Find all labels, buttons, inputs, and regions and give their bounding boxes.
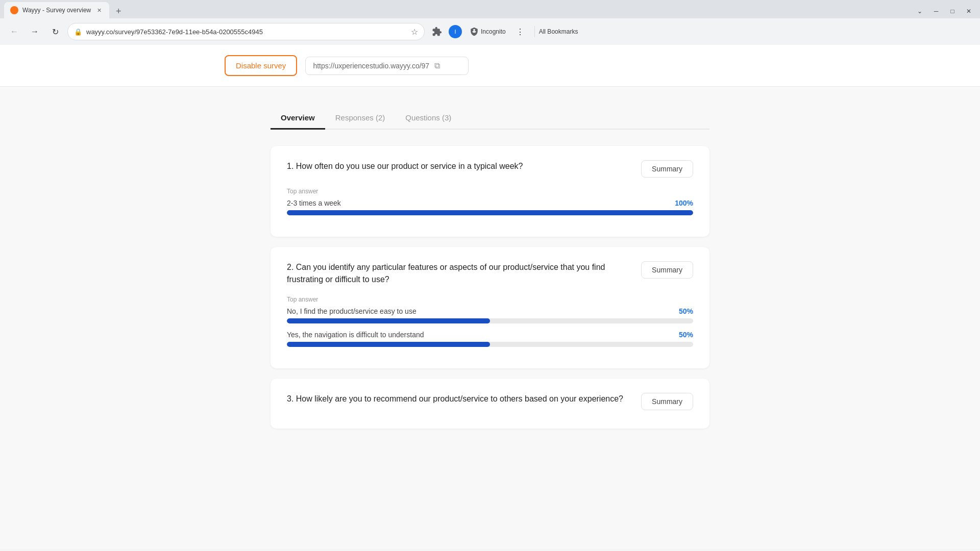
question-3-text: 3. How likely are you to recommend our p… — [287, 393, 641, 405]
question-1-header: 1. How often do you use our product or s… — [287, 160, 693, 178]
page-content: Disable survey https://uxperiencestudio.… — [0, 45, 980, 549]
main-container: Overview Responses (2) Questions (3) 1. … — [260, 87, 720, 459]
profile-avatar: I — [449, 25, 462, 38]
question-1-answers: Top answer 2-3 times a week 100% — [287, 188, 693, 215]
url-text: wayyy.co/survey/97e53362-7e9d-11ee-b54a-… — [86, 28, 407, 36]
browser-tab-active[interactable]: Wayyy - Survey overview ✕ — [4, 2, 109, 18]
answer-percent: 50% — [679, 331, 693, 339]
question-3-header: 3. How likely are you to recommend our p… — [287, 393, 693, 410]
summary-button-3[interactable]: Summary — [641, 393, 693, 410]
question-card-2: 2. Can you identify any particular featu… — [271, 247, 709, 368]
progress-bar-fill — [287, 342, 490, 347]
answer-label: 2-3 times a week — [287, 199, 341, 207]
answer-row: No, I find the product/service easy to u… — [287, 307, 693, 323]
maximize-button[interactable]: □ — [945, 4, 960, 18]
incognito-label: Incognito — [481, 28, 506, 35]
forward-button[interactable]: → — [27, 23, 43, 40]
tabs-nav: Overview Responses (2) Questions (3) — [271, 107, 709, 130]
window-controls: ⌄ ─ □ ✕ — [913, 4, 976, 18]
question-1-text: 1. How often do you use our product or s… — [287, 160, 641, 172]
browser-chrome: Wayyy - Survey overview ✕ + ⌄ ─ □ ✕ ← → … — [0, 0, 980, 45]
progress-bar-fill — [287, 210, 693, 215]
copy-icon[interactable]: ⧉ — [434, 61, 440, 70]
new-tab-button[interactable]: + — [111, 4, 126, 18]
tab-title: Wayyy - Survey overview — [22, 7, 91, 14]
scroll-indicator: ⌄ — [913, 4, 927, 18]
progress-bar-bg — [287, 210, 693, 215]
tab-close-button[interactable]: ✕ — [95, 6, 103, 14]
header-bar: Disable survey https://uxperiencestudio.… — [0, 45, 980, 87]
close-button[interactable]: ✕ — [962, 4, 976, 18]
tab-overview[interactable]: Overview — [271, 107, 325, 130]
question-2-header: 2. Can you identify any particular featu… — [287, 261, 693, 286]
answer-percent: 50% — [679, 307, 693, 315]
tab-responses[interactable]: Responses (2) — [325, 107, 396, 130]
survey-url-field: https://uxperiencestudio.wayyy.co/97 ⧉ — [305, 57, 469, 75]
progress-bar-bg — [287, 318, 693, 323]
answer-label-row: No, I find the product/service easy to u… — [287, 307, 693, 315]
summary-button-2[interactable]: Summary — [641, 261, 693, 279]
answer-row: 2-3 times a week 100% — [287, 199, 693, 215]
address-bar[interactable]: 🔒 wayyy.co/survey/97e53362-7e9d-11ee-b54… — [67, 23, 425, 40]
answer-percent: 100% — [675, 199, 693, 207]
top-answer-label-1: Top answer — [287, 188, 693, 195]
summary-button-1[interactable]: Summary — [641, 160, 693, 178]
answer-row: Yes, the navigation is difficult to unde… — [287, 331, 693, 347]
answer-label: Yes, the navigation is difficult to unde… — [287, 331, 424, 339]
disable-survey-button[interactable]: Disable survey — [225, 55, 297, 76]
question-card-1: 1. How often do you use our product or s… — [271, 146, 709, 237]
survey-url-text: https://uxperiencestudio.wayyy.co/97 — [313, 62, 429, 70]
answer-label-row: Yes, the navigation is difficult to unde… — [287, 331, 693, 339]
menu-button[interactable]: ⋮ — [512, 23, 528, 40]
tab-questions[interactable]: Questions (3) — [395, 107, 461, 130]
question-2-text: 2. Can you identify any particular featu… — [287, 261, 641, 286]
extensions-button[interactable] — [429, 23, 445, 40]
profile-button[interactable]: I — [447, 23, 463, 40]
answer-label-row: 2-3 times a week 100% — [287, 199, 693, 207]
nav-bar: ← → ↻ 🔒 wayyy.co/survey/97e53362-7e9d-11… — [0, 18, 980, 45]
bookmark-star-icon[interactable]: ☆ — [411, 27, 418, 37]
all-bookmarks[interactable]: All Bookmarks — [534, 26, 582, 37]
question-2-answers: Top answer No, I find the product/servic… — [287, 296, 693, 347]
minimize-button[interactable]: ─ — [929, 4, 943, 18]
tab-strip: Wayyy - Survey overview ✕ + ⌄ ─ □ ✕ — [0, 0, 980, 18]
top-answer-label-2: Top answer — [287, 296, 693, 303]
lock-icon: 🔒 — [74, 28, 82, 36]
reload-button[interactable]: ↻ — [47, 23, 63, 40]
nav-extra-buttons: I Incognito ⋮ — [429, 23, 528, 40]
tab-favicon — [10, 6, 18, 14]
question-card-3: 3. How likely are you to recommend our p… — [271, 379, 709, 429]
incognito-badge: Incognito — [465, 25, 510, 38]
back-button[interactable]: ← — [6, 23, 22, 40]
answer-label: No, I find the product/service easy to u… — [287, 307, 416, 315]
progress-bar-bg — [287, 342, 693, 347]
progress-bar-fill — [287, 318, 490, 323]
